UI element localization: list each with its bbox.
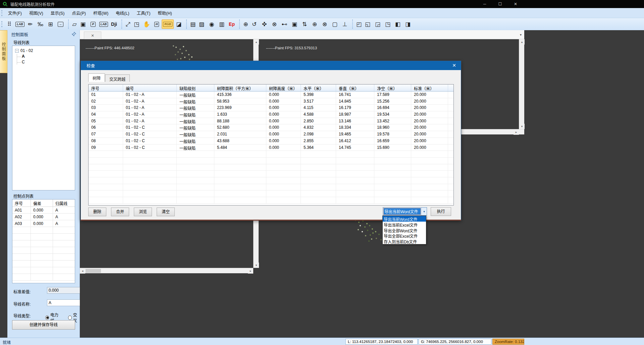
p-file-icon[interactable]: P [88, 19, 98, 29]
cube-view-6-icon[interactable]: ◨ [403, 19, 413, 29]
right-vertical-scrollbar[interactable]: ▴ ▾ [519, 39, 524, 129]
table-row[interactable] [89, 184, 453, 191]
classify-brush-icon[interactable]: ✏ [25, 19, 36, 29]
height-mode-icon[interactable]: H [152, 19, 162, 29]
percent-sample-icon[interactable]: ‰ [36, 19, 46, 29]
table-row[interactable]: 07 01 - 02 - C 一般缺陷 2.031 0.000 2.098 19… [89, 131, 453, 138]
point-cloud-list-icon[interactable]: ⠿ [4, 19, 14, 29]
create-save-wire-button[interactable]: 创建并保存导线 [12, 320, 75, 330]
width-measure-icon[interactable]: ↔ [56, 19, 66, 29]
menu-item[interactable]: 点云(P) [68, 8, 90, 17]
control-point-row[interactable] [12, 234, 75, 240]
menu-item[interactable]: 杆塔(W) [90, 8, 112, 17]
table-row[interactable] [89, 151, 453, 158]
delete-point-icon[interactable]: ⊗ [269, 19, 279, 29]
run-button[interactable]: 执行 [431, 207, 451, 216]
report-chart-icon[interactable]: ▥ [217, 19, 227, 29]
table-row[interactable] [89, 158, 453, 164]
table-row[interactable]: 01 01 - 02 - A 一般缺陷 415.336 0.000 5.398 … [89, 92, 453, 98]
move-point-icon[interactable]: ✜ [259, 19, 269, 29]
table-row[interactable]: 03 01 - 02 - A 一般缺陷 223.969 0.000 4.115 … [89, 105, 453, 111]
control-point-row[interactable] [12, 274, 75, 281]
tab-list-dropdown-icon[interactable]: ▾ [520, 33, 522, 37]
table-row[interactable]: 09 01 - 02 - C 一般缺陷 5.484 0.000 5.364 14… [89, 145, 453, 151]
scroll-thumb[interactable] [86, 269, 101, 273]
wire-name-field[interactable]: A [47, 299, 85, 306]
dropdown-item[interactable]: 导出当前Word文件 [383, 216, 426, 222]
tile-grid-icon[interactable]: ⊞ [46, 19, 56, 29]
table-row[interactable]: 02 01 - 02 - A 一般缺陷 58.953 0.000 3.517 1… [89, 98, 453, 105]
open-project-icon[interactable]: ▱ [68, 19, 78, 29]
browse-button[interactable]: 浏览 [134, 208, 152, 216]
merge-button[interactable]: 合并 [111, 208, 129, 216]
close-button[interactable]: ✕ [508, 0, 523, 8]
table-row[interactable] [89, 190, 453, 197]
cube-view-1-icon[interactable]: ◰ [352, 19, 363, 29]
table-row[interactable]: 04 01 - 02 - A 一般缺陷 1.633 0.000 4.588 18… [89, 111, 453, 118]
dji-icon[interactable]: Dji [109, 19, 119, 29]
control-point-row[interactable] [12, 227, 75, 234]
std-dev-field[interactable]: 0.000 [47, 287, 85, 294]
control-point-row[interactable] [12, 267, 75, 274]
scroll-left-icon[interactable]: ◂ [80, 268, 85, 274]
dropdown-item[interactable]: 导出全部Excel文件 [383, 233, 426, 238]
add-point-icon[interactable]: ⊕ [239, 19, 249, 29]
menu-item[interactable]: 电线(L) [112, 8, 133, 17]
tab-tree-obstacle[interactable]: 树障 [88, 73, 105, 82]
scroll-right-icon[interactable]: ▸ [514, 129, 519, 135]
menu-item[interactable]: 工具(T) [133, 8, 154, 17]
clear-button[interactable]: 清空 [157, 208, 175, 216]
tree-node-root[interactable]: − 01 - 02 [15, 48, 73, 53]
delete-button[interactable]: 删除 [88, 208, 106, 216]
maximize-button[interactable]: ☐ [492, 0, 508, 8]
control-point-row[interactable]: A03 0.000 A [12, 220, 75, 227]
scroll-up-icon[interactable]: ▴ [519, 39, 525, 45]
table-row[interactable]: 08 01 - 02 - C 一般缺陷 43.688 0.000 2.855 1… [89, 138, 453, 145]
tree-node-child[interactable]: C [17, 60, 73, 64]
rgb-mode-icon[interactable]: RGB [162, 19, 174, 29]
zoom-out-icon[interactable]: ⊗ [320, 19, 330, 29]
control-point-row[interactable]: A02 0.000 A [12, 214, 75, 220]
dropdown-item[interactable]: 存入到当前Db文件 [383, 238, 426, 244]
dropdown-item[interactable]: 导出当前Excel文件 [383, 222, 426, 227]
tree-node-child[interactable]: A [17, 54, 73, 59]
cube-view-3-icon[interactable]: ◲ [373, 19, 383, 29]
left-horizontal-scrollbar[interactable]: ◂ ▸ [80, 268, 253, 273]
control-point-row[interactable] [12, 261, 75, 267]
chevron-down-icon[interactable]: ▾ [421, 208, 427, 215]
control-point-row[interactable]: A01 0.000 A [12, 207, 75, 214]
lab-file-icon[interactable]: LAB [98, 19, 109, 29]
fit-view-icon[interactable]: ◳ [131, 19, 142, 29]
table-row[interactable] [89, 177, 453, 184]
tab-close-icon[interactable]: ✕ [91, 34, 94, 38]
zoom-in-icon[interactable]: ⊕ [310, 19, 320, 29]
control-point-row[interactable] [12, 254, 75, 261]
scroll-right-icon[interactable]: ▸ [248, 268, 253, 274]
scroll-down-icon[interactable]: ▾ [254, 263, 259, 268]
scroll-up-icon[interactable]: ▴ [254, 39, 259, 45]
export-format-combobox[interactable]: 导出当前Word文件 ▾ [383, 207, 427, 216]
menu-item[interactable]: 文件(F) [4, 8, 25, 17]
cube-view-2-icon[interactable]: ◱ [363, 19, 373, 29]
table-row[interactable] [89, 164, 453, 171]
image-view-icon[interactable]: ◪ [174, 19, 184, 29]
pin-icon[interactable] [72, 32, 76, 36]
tab-crossing[interactable]: 交叉跨越 [105, 74, 130, 82]
table-row[interactable]: 05 01 - 02 - A 一般缺陷 88.188 0.000 2.850 1… [89, 118, 453, 125]
cube-view-5-icon[interactable]: ◧ [393, 19, 403, 29]
area-measure-icon[interactable]: ▨ [197, 19, 207, 29]
marquee-select-icon[interactable]: ▢ [330, 19, 340, 29]
table-row[interactable] [89, 171, 453, 177]
document-tab[interactable]: ✕ [84, 32, 101, 39]
collapsed-panel-tab[interactable]: 控制面板 [0, 30, 7, 73]
location-pin-icon[interactable]: ◉ [207, 19, 217, 29]
ruler-icon[interactable]: ▤ [186, 19, 197, 29]
vertical-range-icon[interactable]: ⇅ [300, 19, 310, 29]
span-measure-icon[interactable]: ⊷ [279, 19, 289, 29]
lab-tag-icon[interactable]: LAB [14, 19, 25, 29]
ep-icon[interactable]: Ep [227, 19, 237, 29]
table-row[interactable] [89, 197, 453, 204]
zoom-extents-icon[interactable]: ⤢ [121, 19, 131, 29]
menu-item[interactable]: 视图(V) [25, 8, 47, 17]
control-point-row[interactable] [12, 247, 75, 254]
